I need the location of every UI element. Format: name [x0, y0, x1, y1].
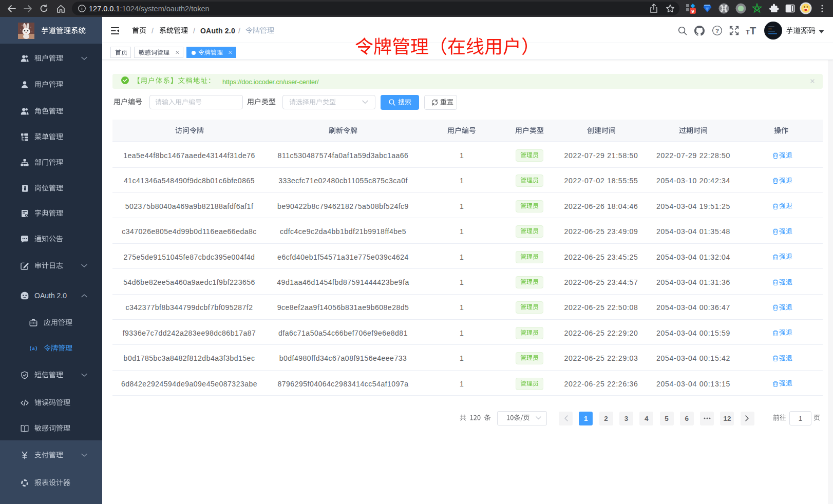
svg-text:9: 9	[691, 8, 694, 14]
svg-text:a: a	[32, 346, 35, 351]
svg-text:?: ?	[715, 28, 719, 34]
